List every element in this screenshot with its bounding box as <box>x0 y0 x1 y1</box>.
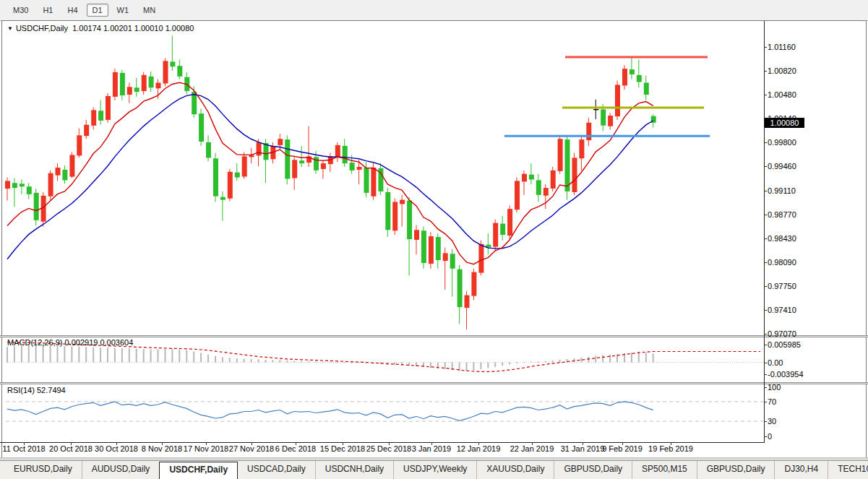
price-tick-label: 0.99110 <box>768 186 796 195</box>
macd-tick-mark <box>764 345 767 345</box>
price-tick-label: 1.00820 <box>768 66 796 75</box>
rsi-tick-mark <box>764 436 767 437</box>
macd-tick-label: 0.00 <box>768 358 783 367</box>
price-tick-mark <box>764 262 767 263</box>
price-tick-mark <box>764 310 767 311</box>
macd-histogram <box>7 345 654 371</box>
price-tick-mark <box>764 191 767 191</box>
timeframe-button-m30[interactable]: M30 <box>7 4 34 17</box>
tab-usdcnh-daily[interactable]: USDCNH,Daily <box>315 461 393 479</box>
rsi-label: RSI(14) 52.7494 <box>7 386 66 394</box>
macd-signal-line <box>7 342 760 371</box>
chart-tabs: EURUSD,DailyAUDUSD,DailyUSDCHF,DailyUSDC… <box>0 461 868 479</box>
price-tick-label: 1.01160 <box>768 43 796 51</box>
chart-frame-right <box>866 20 867 457</box>
pane-divider-rsi[interactable] <box>0 382 868 384</box>
date-tick-label: 19 Feb 2019 <box>642 444 700 453</box>
price-tick-label: 0.99800 <box>768 138 796 147</box>
rsi-tick-label: 0 <box>768 432 772 441</box>
macd-name: MACD(12,26,9) <box>7 338 62 347</box>
price-tick-label: 0.98430 <box>768 234 796 243</box>
chart-tab-bar: EURUSD,DailyAUDUSD,DailyUSDCHF,DailyUSDC… <box>0 460 868 479</box>
rsi-current-value: 52.7494 <box>37 386 66 394</box>
tab-usdjpy-weekly[interactable]: USDJPY,Weekly <box>393 461 476 479</box>
tab-usdchf-daily[interactable]: USDCHF,Daily <box>159 462 238 479</box>
price-tick-label: 0.98770 <box>768 210 796 219</box>
price-tick-mark <box>764 334 767 335</box>
price-tick-label: 0.97410 <box>768 306 796 314</box>
tab-usdcad-daily[interactable]: USDCAD,Daily <box>238 461 315 479</box>
macd-tick-label: -0.003954 <box>768 370 804 379</box>
price-tick-label: 0.98090 <box>768 258 796 267</box>
collapse-indicator-icon[interactable]: ▼ <box>7 25 13 32</box>
mt4-terminal-window: { "toolbar": {"timeframes": ["M30","H1",… <box>0 0 868 479</box>
timeframe-button-d1[interactable]: D1 <box>87 4 108 17</box>
tab-sp500-m15[interactable]: SP500,M15 <box>632 461 697 479</box>
rsi-tick-mark <box>764 402 767 402</box>
macd-tick-mark <box>764 363 767 363</box>
price-tick-mark <box>764 95 767 95</box>
rsi-line <box>7 402 653 421</box>
timeframe-button-mn[interactable]: MN <box>137 4 161 17</box>
ma-fast-line <box>7 82 653 264</box>
tab-xauusd-daily[interactable]: XAUUSD,Daily <box>476 461 554 479</box>
tab-audusd-daily[interactable]: AUDUSD,Daily <box>82 461 160 479</box>
price-tick-mark <box>764 142 767 143</box>
tab-gbpusd-daily[interactable]: GBPUSD,Daily <box>554 461 632 479</box>
macd-tick-mark <box>764 374 767 375</box>
current-price-badge: 1.00080 <box>765 118 804 128</box>
price-tick-label: 0.97070 <box>768 329 796 338</box>
chart-symbol-title: USDCHF,Daily <box>16 24 68 33</box>
chart-title: ▼USDCHF,Daily 1.00174 1.00201 1.00010 1.… <box>7 24 194 33</box>
rsi-tick-label: 70 <box>768 397 776 406</box>
timeframe-toolbar: M30H1H4D1W1MN <box>0 0 868 21</box>
rsi-tick-label: 30 <box>768 417 776 426</box>
macd-label: MACD(12,26,9) 0.002919 0.003604 <box>7 338 133 347</box>
price-tick-mark <box>764 286 767 287</box>
timeframe-button-h4[interactable]: H4 <box>61 4 83 17</box>
price-tick-label: 0.99460 <box>768 162 796 171</box>
price-axis-line <box>764 21 765 442</box>
timeframe-button-w1[interactable]: W1 <box>111 4 135 17</box>
pane-divider-macd[interactable] <box>0 335 868 337</box>
price-tick-mark <box>764 215 767 215</box>
candlestick-series <box>5 36 656 330</box>
rsi-tick-mark <box>764 421 767 422</box>
tab-eurusd-daily[interactable]: EURUSD,Daily <box>4 461 82 479</box>
ma-slow-line <box>7 95 653 259</box>
rsi-tick-mark <box>764 387 767 388</box>
price-tick-label: 0.97750 <box>768 282 796 290</box>
price-tick-mark <box>764 238 767 239</box>
date-tick-label: 12 Jan 2019 <box>450 444 507 453</box>
macd-tick-label: 0.005985 <box>768 340 801 349</box>
date-tick-label: 22 Jan 2019 <box>503 444 561 453</box>
tab-tech100[interactable]: TECH100, <box>828 461 868 479</box>
tab-dj30-h4[interactable]: DJ30,H4 <box>774 461 828 479</box>
price-tick-mark <box>764 47 767 48</box>
timeframe-buttons: M30H1H4D1W1MN <box>4 4 161 17</box>
price-tick-mark <box>764 166 767 167</box>
price-tick-mark <box>764 71 767 72</box>
tab-gbpusd-daily[interactable]: GBPUSD,Daily <box>697 461 775 479</box>
rsi-name: RSI(14) <box>7 386 35 394</box>
macd-current-values: 0.002919 0.003604 <box>64 338 133 347</box>
price-tick-label: 1.00480 <box>768 90 796 99</box>
rsi-tick-label: 100 <box>768 383 781 392</box>
timeframe-button-h1[interactable]: H1 <box>37 4 59 17</box>
chart-ohlc-values: 1.00174 1.00201 1.00010 1.00080 <box>72 24 194 33</box>
chart-plot-area[interactable] <box>0 20 765 442</box>
rsi-pane-bottom-line <box>0 442 765 443</box>
